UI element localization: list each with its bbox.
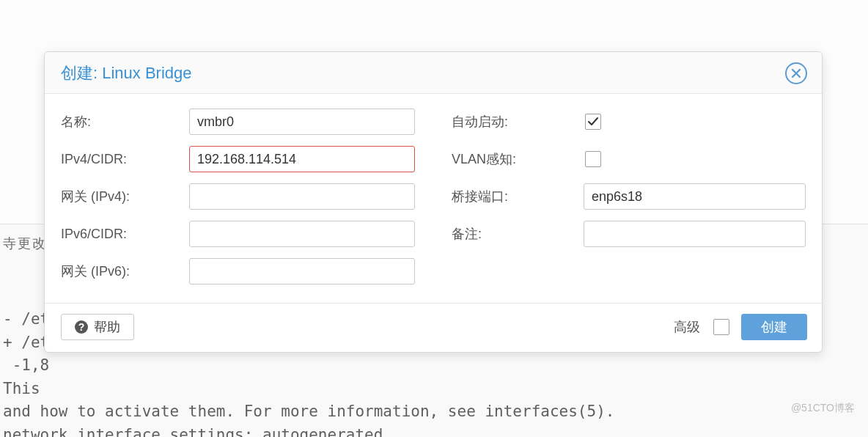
checkmark-icon xyxy=(587,116,599,128)
close-icon xyxy=(791,68,801,78)
ipv6-cidr-label: IPv6/CIDR: xyxy=(61,227,189,242)
bridge-ports-field: 桥接端口: xyxy=(452,183,806,210)
create-button[interactable]: 创建 xyxy=(741,314,807,340)
footer-right: 高级 创建 xyxy=(674,314,807,340)
gateway-ipv6-field: 网关 (IPv6): xyxy=(61,258,415,284)
close-button[interactable] xyxy=(785,62,807,84)
comment-field: 备注: xyxy=(452,221,806,247)
create-linux-bridge-dialog: 创建: Linux Bridge 名称: IPv4/CIDR: 网关 (IPv4… xyxy=(44,51,823,353)
autostart-field: 自动启动: xyxy=(452,109,806,135)
ipv4-cidr-label: IPv4/CIDR: xyxy=(61,152,189,167)
app-page: 寺更改 ( - /et + /et -1,8 This and how to a… xyxy=(0,0,868,437)
name-input[interactable] xyxy=(189,109,415,135)
dialog-header: 创建: Linux Bridge xyxy=(45,52,822,94)
dialog-title: 创建: Linux Bridge xyxy=(61,62,192,84)
ipv4-cidr-input[interactable] xyxy=(189,146,415,172)
bridge-ports-input[interactable] xyxy=(584,183,806,210)
comment-input[interactable] xyxy=(584,221,806,247)
autostart-label: 自动启动: xyxy=(452,113,584,131)
bridge-ports-label: 桥接端口: xyxy=(452,188,584,205)
ipv6-cidr-input[interactable] xyxy=(189,221,415,247)
gateway-ipv4-label: 网关 (IPv4): xyxy=(61,188,189,205)
comment-label: 备注: xyxy=(452,225,584,243)
dialog-footer: ? 帮助 高级 创建 xyxy=(45,303,822,352)
left-column: 名称: IPv4/CIDR: 网关 (IPv4): IPv6/CIDR: 网关 … xyxy=(61,109,415,295)
ipv6-cidr-field: IPv6/CIDR: xyxy=(61,221,415,247)
advanced-label: 高级 xyxy=(674,318,700,336)
help-button[interactable]: ? 帮助 xyxy=(61,314,134,340)
help-icon: ? xyxy=(75,320,88,334)
dialog-body: 名称: IPv4/CIDR: 网关 (IPv4): IPv6/CIDR: 网关 … xyxy=(45,94,822,303)
gateway-ipv6-input[interactable] xyxy=(189,258,415,284)
vlan-aware-checkbox[interactable] xyxy=(585,151,601,167)
vlan-aware-field: VLAN感知: xyxy=(452,146,806,172)
help-button-label: 帮助 xyxy=(94,318,120,336)
gateway-ipv4-field: 网关 (IPv4): xyxy=(61,183,415,210)
name-label: 名称: xyxy=(61,113,189,131)
vlan-aware-label: VLAN感知: xyxy=(452,150,584,168)
ipv4-cidr-field: IPv4/CIDR: xyxy=(61,146,415,172)
autostart-checkbox[interactable] xyxy=(585,114,601,130)
gateway-ipv6-label: 网关 (IPv6): xyxy=(61,262,189,280)
create-button-label: 创建 xyxy=(761,318,787,336)
watermark: @51CTO博客 xyxy=(791,402,855,415)
gateway-ipv4-input[interactable] xyxy=(189,183,415,210)
right-column: 自动启动: VLAN感知: 桥接端口: 备注: xyxy=(452,109,806,295)
name-field: 名称: xyxy=(61,109,415,135)
advanced-checkbox[interactable] xyxy=(713,319,729,335)
